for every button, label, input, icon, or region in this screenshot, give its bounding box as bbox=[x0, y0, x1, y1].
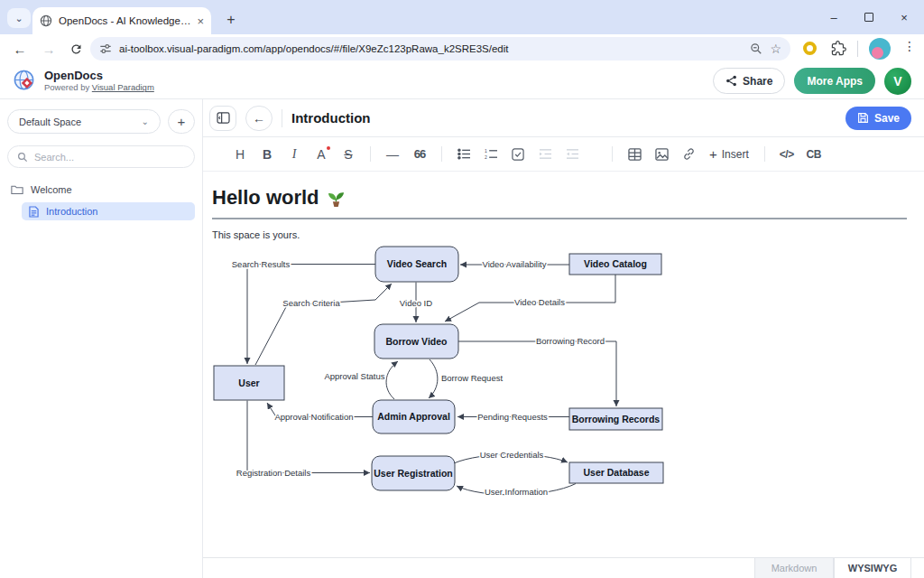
insert-button[interactable]: + Insert bbox=[702, 143, 756, 166]
heading-rule bbox=[212, 218, 907, 219]
checkbox-list-icon[interactable] bbox=[504, 143, 531, 166]
back-button[interactable]: ← bbox=[245, 106, 273, 131]
link-icon[interactable] bbox=[675, 143, 702, 166]
seedling-emoji-icon bbox=[327, 189, 346, 208]
document-paragraph: This space is yours. bbox=[212, 229, 300, 240]
extensions-puzzle-icon[interactable] bbox=[831, 41, 846, 56]
editor-footer: Markdown WYSIWYG bbox=[203, 557, 924, 578]
svg-text:2: 2 bbox=[485, 154, 487, 160]
edge-search-results bbox=[247, 265, 375, 365]
divider bbox=[282, 109, 282, 127]
diagram-node-label-user-registration: User Registration bbox=[374, 468, 453, 479]
diagram-node-label-borrow-video: Borrow Video bbox=[385, 336, 447, 347]
heading-button[interactable]: H bbox=[226, 143, 254, 166]
site-settings-tune-icon[interactable] bbox=[99, 42, 112, 55]
text-color-button[interactable]: A bbox=[308, 143, 335, 166]
browser-profile-avatar[interactable] bbox=[869, 38, 891, 60]
tab-title: OpenDocs - AI Knowledge Base bbox=[59, 15, 190, 26]
bold-button[interactable]: B bbox=[254, 143, 281, 166]
add-space-button[interactable]: + bbox=[168, 109, 195, 134]
extension-badge-icon[interactable] bbox=[803, 42, 817, 55]
indent-decrease-icon[interactable] bbox=[559, 143, 586, 166]
more-apps-button[interactable]: More Apps bbox=[794, 68, 875, 94]
address-bar[interactable]: ai-toolbox.visual-paradigm.com/app/opend… bbox=[90, 37, 790, 61]
browser-window: ⌄ OpenDocs - AI Knowledge Base × + – × ←… bbox=[0, 0, 924, 578]
strikethrough-button[interactable]: S bbox=[335, 143, 362, 166]
edge-borrow-request bbox=[429, 359, 438, 398]
edge-approval-status bbox=[386, 361, 398, 399]
plus-icon: + bbox=[709, 146, 717, 162]
edge-label-search-criteria: Search Criteria bbox=[282, 298, 340, 308]
horizontal-rule-button[interactable]: — bbox=[379, 143, 406, 166]
user-avatar[interactable]: V bbox=[884, 68, 911, 95]
italic-button[interactable]: I bbox=[281, 143, 308, 166]
folder-icon bbox=[11, 184, 23, 195]
opendocs-logo-icon bbox=[13, 69, 37, 93]
edge-label-video-availability: Video Availability bbox=[483, 259, 547, 269]
zoom-out-icon[interactable] bbox=[750, 42, 762, 55]
edge-label-search-results: Search Results bbox=[232, 259, 291, 269]
browser-menu-kebab-icon[interactable]: ⋮ bbox=[901, 39, 919, 59]
diagram-node-label-video-catalog: Video Catalog bbox=[584, 258, 647, 269]
browser-forward-button[interactable]: → bbox=[38, 38, 60, 60]
app-header: OpenDocs Powered by Visual Paradigm Shar… bbox=[0, 63, 924, 99]
collapse-sidebar-icon[interactable] bbox=[209, 106, 236, 131]
browser-back-button[interactable]: ← bbox=[9, 38, 31, 60]
url-text: ai-toolbox.visual-paradigm.com/app/opend… bbox=[119, 43, 743, 54]
sidebar-item-introduction[interactable]: Introduction bbox=[22, 202, 195, 220]
diagram-node-label-video-search: Video Search bbox=[387, 258, 447, 269]
window-close-button[interactable]: × bbox=[897, 11, 911, 24]
edge-label-registration-details: Registration Details bbox=[236, 468, 311, 478]
edge-label-video-details: Video Details bbox=[514, 297, 565, 307]
share-icon bbox=[725, 75, 737, 87]
window-maximize-button[interactable] bbox=[864, 13, 873, 22]
space-selector[interactable]: Default Space ⌄ bbox=[7, 109, 161, 134]
document-diagram[interactable]: Video SearchVideo CatalogBorrow VideoUse… bbox=[212, 244, 916, 515]
edge-label-user-information: User Information bbox=[485, 487, 548, 497]
blockquote-button[interactable]: 66 bbox=[406, 143, 433, 166]
save-button[interactable]: Save bbox=[845, 107, 911, 130]
tab-search-chevron-icon[interactable]: ⌄ bbox=[7, 8, 31, 28]
editor-toolbar: H B I A S — 66 12 bbox=[203, 137, 924, 172]
document-header: ← Introduction Save bbox=[203, 99, 924, 137]
page-title: Introduction bbox=[291, 110, 370, 126]
edge-label-approval-status: Approval Status bbox=[324, 371, 384, 381]
markdown-mode-button[interactable]: Markdown bbox=[754, 557, 834, 578]
search-input[interactable]: Search... bbox=[7, 145, 195, 168]
bookmark-star-icon[interactable]: ☆ bbox=[770, 42, 781, 56]
tab-favicon-globe-icon bbox=[40, 14, 52, 27]
table-icon[interactable] bbox=[621, 143, 648, 166]
inline-code-button[interactable]: </> bbox=[773, 143, 800, 166]
visual-paradigm-link[interactable]: Visual Paradigm bbox=[92, 82, 154, 92]
edge-label-borrowing-record: Borrowing Record bbox=[536, 336, 605, 346]
indent-increase-icon[interactable] bbox=[531, 143, 559, 166]
share-button[interactable]: Share bbox=[713, 68, 785, 94]
chevron-down-icon: ⌄ bbox=[142, 117, 149, 126]
sidebar-item-welcome[interactable]: Welcome bbox=[0, 181, 202, 199]
window-minimize-button[interactable]: – bbox=[827, 11, 841, 24]
edge-search-criteria bbox=[255, 284, 392, 365]
toolbar-separator bbox=[612, 146, 613, 162]
toolbar-divider bbox=[857, 41, 858, 57]
edge-label-pending-requests: Pending Requests bbox=[477, 412, 548, 422]
numbered-list-icon[interactable]: 12 bbox=[477, 143, 504, 166]
svg-text:1: 1 bbox=[485, 148, 487, 154]
document-editor-area[interactable]: Hello world This space is yours. Video S… bbox=[203, 172, 924, 557]
tab-close-icon[interactable]: × bbox=[197, 15, 204, 27]
document-icon bbox=[29, 206, 39, 218]
flow-diagram-svg: Video SearchVideo CatalogBorrow VideoUse… bbox=[212, 244, 916, 515]
app-brand: OpenDocs Powered by Visual Paradigm bbox=[13, 69, 154, 93]
browser-tab[interactable]: OpenDocs - AI Knowledge Base × bbox=[32, 7, 211, 34]
document-heading: Hello world bbox=[212, 186, 346, 210]
browser-toolbar: ← → ai-toolbox.visual-paradigm.com/app/o… bbox=[0, 34, 924, 63]
diagram-node-label-admin-approval: Admin Approval bbox=[377, 411, 450, 422]
edge-label-borrow-request: Borrow Request bbox=[441, 373, 503, 383]
wysiwyg-mode-button[interactable]: WYSIWYG bbox=[834, 557, 911, 578]
bullet-list-icon[interactable] bbox=[450, 143, 477, 166]
toolbar-separator bbox=[441, 146, 442, 162]
image-icon[interactable] bbox=[648, 143, 675, 166]
code-block-button[interactable]: CB bbox=[800, 143, 827, 166]
reload-icon[interactable] bbox=[65, 38, 87, 60]
new-tab-button[interactable]: + bbox=[220, 9, 242, 31]
toolbar-separator bbox=[764, 146, 765, 162]
